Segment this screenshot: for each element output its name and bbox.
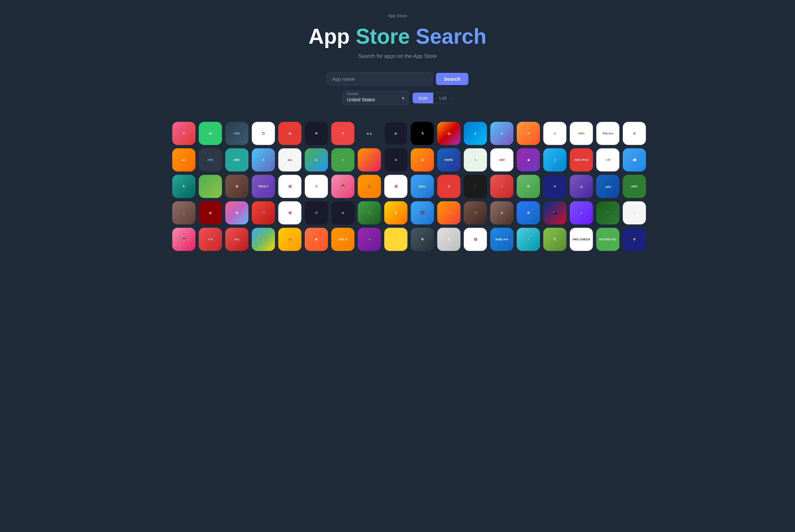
app-icon-pumpkin[interactable]: 🎃 [358, 148, 381, 171]
app-icon-arc-green2[interactable]: ◜ [596, 201, 620, 225]
app-icon-arrows[interactable]: ↗↗ [199, 228, 222, 251]
app-icon-futurearc[interactable]: FUTURA RC [596, 228, 620, 251]
app-icon-orange-icon[interactable]: ◗ [411, 148, 434, 171]
app-icon-perplexity[interactable]: ✳ [305, 122, 328, 145]
app-icon-archery-target[interactable]: 🎯 [278, 201, 301, 225]
app-icon-the-arc[interactable]: The Arc [596, 122, 620, 145]
app-icon-arc-black[interactable]: A [331, 201, 354, 225]
app-icon-anime[interactable]: 👧 [331, 175, 354, 198]
app-icon-arc-advisory[interactable]: ARC [225, 148, 248, 171]
app-icon-monster[interactable]: 👾 [252, 201, 275, 225]
app-icon-stars[interactable]: ★ [543, 175, 567, 198]
app-icon-alpha-dark[interactable]: A [384, 148, 407, 171]
app-icon-gear-dark[interactable]: ⚙ [411, 228, 434, 251]
app-icon-target[interactable]: 🎯 [384, 175, 407, 198]
app-icon-ninja[interactable]: 🥷 [305, 201, 328, 225]
app-icon-vector[interactable]: △ [570, 175, 593, 198]
title-part1: App [309, 24, 355, 48]
app-icon-molecule[interactable]: ⬡ [305, 175, 328, 198]
app-icon-arc-red[interactable]: Arc [225, 228, 248, 251]
app-icon-google[interactable]: G [543, 122, 567, 145]
app-icon-sourcetree[interactable]: ⚙ [517, 201, 540, 225]
app-icon-arc-a2[interactable]: A [252, 148, 275, 171]
app-icon-balance[interactable]: ⚖ [517, 175, 540, 198]
app-icon-mandala[interactable]: ✿ [623, 228, 646, 251]
app-icon-girl[interactable]: 👧 [172, 228, 196, 251]
page-container: App Store App Store Search Search for ap… [166, 0, 629, 271]
search-input[interactable] [327, 73, 432, 86]
app-icon-scene[interactable]: 🏙 [623, 148, 646, 171]
view-toggle: Icon List [412, 92, 453, 103]
app-icon-airtable[interactable]: ✦ [172, 122, 196, 145]
app-icon-warrior[interactable]: ⚔ [490, 201, 514, 225]
app-icon-archery2[interactable]: 🎯 [225, 175, 248, 198]
app-icon-headspace[interactable]: ⊕ [305, 228, 328, 251]
app-icon-bear[interactable]: 🐻 [172, 201, 196, 225]
app-icon-arc-circle[interactable]: ◎ [199, 122, 222, 145]
view-list-button[interactable]: List [433, 93, 452, 103]
app-icon-arcbest[interactable]: ABF [490, 148, 514, 171]
app-icon-australia[interactable]: 🇦🇺 [543, 201, 567, 225]
app-icon-arc-green[interactable]: ARC [623, 175, 646, 198]
app-icon-star-wars[interactable]: ⚔ [437, 228, 460, 251]
app-icon-doubleshot[interactable]: ▲▲ [358, 122, 381, 145]
app-icon-edge[interactable]: e [464, 122, 487, 145]
app-icon-arc-curved[interactable]: ◜ [437, 201, 460, 225]
app-icon-kelly-arc[interactable]: Kelly Arc [490, 228, 514, 251]
app-icon-elpass[interactable]: ≡ [570, 201, 593, 225]
app-icon-scene2[interactable]: 🌉 [411, 201, 434, 225]
app-icon-cell[interactable]: CELL [411, 175, 434, 198]
app-icon-bullseye[interactable]: ◎ [278, 228, 301, 251]
app-icon-game-char[interactable]: ⚔ [305, 148, 328, 171]
title-part3: Search [416, 24, 486, 48]
app-icon-lightning[interactable]: ⚡ [384, 228, 407, 251]
app-icon-swoosh[interactable]: ~ [517, 228, 540, 251]
app-icon-archer-3d[interactable]: 🏹 [199, 175, 222, 198]
app-icon-swipe[interactable]: → [623, 201, 646, 225]
app-icon-diamond[interactable]: ◆ [517, 148, 540, 171]
app-icon-archery3[interactable]: 🎯 [278, 175, 301, 198]
app-icon-gamepad[interactable]: 🎮 [358, 228, 381, 251]
app-icon-tasks[interactable]: ✓ [331, 148, 354, 171]
app-icon-arcii[interactable]: ARC II [331, 228, 354, 251]
app-icon-archery6[interactable]: 🎯 [464, 228, 487, 251]
app-icon-folder-red[interactable]: 🗂 [278, 122, 301, 145]
country-select[interactable]: United States United Kingdom Canada Aust… [342, 91, 408, 105]
app-icon-firefox[interactable]: 🦊 [437, 122, 460, 145]
app-icon-vivaldi[interactable]: V [331, 122, 354, 145]
app-icon-arc-orange[interactable]: arc [172, 148, 196, 171]
app-icon-minecraft[interactable]: ⛏ [543, 228, 567, 251]
app-icon-chatgpt[interactable]: ⬡ [252, 122, 275, 145]
app-icon-arc-a[interactable]: A [517, 122, 540, 145]
app-icon-action[interactable]: ▶ [384, 122, 407, 145]
app-icon-tesla[interactable]: T [464, 175, 487, 198]
app-icon-arc-target[interactable]: 🎯 [437, 175, 460, 198]
app-icon-arc-white[interactable]: ARC [570, 122, 593, 145]
app-icon-arc-fitness[interactable]: ARC [199, 148, 222, 171]
app-icon-x[interactable]: 𝕏 [411, 122, 434, 145]
app-icon-surf[interactable]: ) [543, 148, 567, 171]
app-icon-ark[interactable]: ARK [225, 122, 248, 145]
app-icon-colorful[interactable]: ✿ [225, 201, 248, 225]
app-icon-rocket[interactable]: 🚀 [490, 175, 514, 198]
app-icon-archery4[interactable]: 🏹 [358, 201, 381, 225]
filter-row: Country United States United Kingdom Can… [342, 91, 453, 105]
app-icon-aria[interactable]: A [490, 122, 514, 145]
app-icon-speedway[interactable]: S [384, 201, 407, 225]
app-icon-rainbow[interactable]: 🌈 [252, 228, 275, 251]
app-icon-duck[interactable]: 🦆 [358, 175, 381, 198]
app-icon-opera[interactable]: O [623, 122, 646, 145]
app-icon-arc-store[interactable]: متجر [596, 175, 620, 198]
app-icon-arc-check[interactable]: ARC CHECK [570, 228, 593, 251]
search-button[interactable]: Search [436, 73, 468, 85]
app-icon-archery5[interactable]: 🏹 [464, 201, 487, 225]
app-icon-sync[interactable]: ↻ [172, 175, 196, 198]
app-icon-arc-ro[interactable]: =.θ [596, 148, 620, 171]
app-icon-arc-print[interactable]: ARC Print [570, 148, 593, 171]
app-icon-teas7[interactable]: TEAS 7 [252, 175, 275, 198]
view-icon-button[interactable]: Icon [413, 93, 433, 103]
app-icon-arc-h[interactable]: HARC [437, 148, 460, 171]
app-icon-arc-grey[interactable]: arc [278, 148, 301, 171]
app-icon-arc-a3[interactable]: A [464, 148, 487, 171]
app-icon-reloop[interactable]: ◎ [199, 201, 222, 225]
